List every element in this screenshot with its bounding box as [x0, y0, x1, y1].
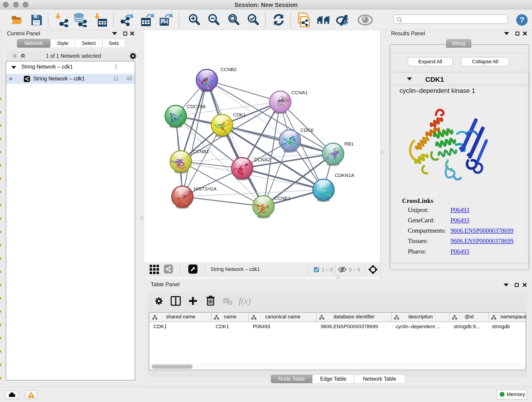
svg-text:?: ? [520, 15, 525, 24]
svg-text:HIST1H1A: HIST1H1A [194, 186, 216, 191]
svg-text:CDC25B: CDC25B [187, 104, 206, 109]
svg-text:CDK1: CDK1 [233, 112, 246, 117]
svg-text:CDC6: CDC6 [300, 128, 313, 133]
svg-text:CCNA1: CCNA1 [291, 90, 308, 95]
svg-text:CDKN1A: CDKN1A [335, 172, 354, 178]
svg-text:CCNE1: CCNE1 [274, 196, 291, 201]
svg-text:CCNA2: CCNA2 [254, 157, 270, 162]
svg-text:CCNB2: CCNB2 [220, 67, 237, 72]
svg-text:RB1: RB1 [344, 141, 354, 147]
svg-text:CCNB1: CCNB1 [193, 149, 209, 154]
